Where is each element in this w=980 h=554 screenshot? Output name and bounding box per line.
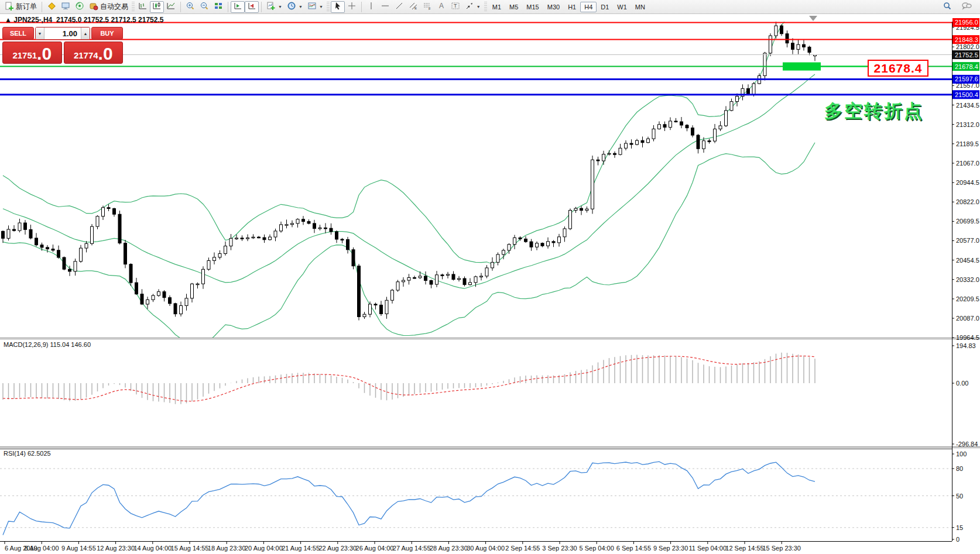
- chart-collapse-icon[interactable]: ▲: [5, 16, 12, 24]
- tile-windows-icon: [214, 1, 223, 13]
- rsi-tick-label: 100: [956, 450, 967, 457]
- candle-body: [118, 214, 121, 243]
- channel-tool-button[interactable]: E: [406, 1, 420, 13]
- timeframe-h4-button[interactable]: H4: [580, 2, 597, 12]
- candle-body: [563, 229, 566, 237]
- horizontal-line-tool-button[interactable]: [378, 1, 392, 13]
- candle-body: [641, 140, 644, 143]
- candle-body: [775, 26, 777, 36]
- candle-body: [241, 238, 244, 239]
- candle-body: [302, 219, 305, 222]
- auto-scroll-button[interactable]: [231, 1, 245, 13]
- candle-body: [107, 208, 110, 209]
- chart-plot-area[interactable]: 21924.521802.021557.021434.521312.021189…: [0, 0, 980, 554]
- timeframe-m15-button[interactable]: M15: [522, 2, 543, 12]
- candle-body: [229, 238, 232, 246]
- rsi-tick-label: 0: [956, 536, 960, 543]
- line-chart-button[interactable]: [164, 1, 178, 13]
- volume-stepper: ▼ 1.00 ▲: [35, 27, 90, 40]
- timeframe-d1-button[interactable]: D1: [597, 2, 613, 12]
- price-badge-label: 21500.4: [955, 91, 978, 98]
- horizontal-line-icon: [381, 1, 390, 13]
- timeframe-mn-button[interactable]: MN: [631, 2, 649, 12]
- autotrading-icon: [89, 1, 98, 13]
- signals-button[interactable]: [73, 1, 87, 13]
- volume-decrease-button[interactable]: ▼: [36, 27, 44, 39]
- volume-increase-button[interactable]: ▲: [81, 27, 90, 39]
- volume-value[interactable]: 1.00: [44, 27, 81, 39]
- autotrading-button[interactable]: 自动交易: [87, 1, 131, 13]
- candle-body: [630, 143, 633, 144]
- search-button[interactable]: [940, 1, 954, 13]
- candle-body: [13, 229, 16, 230]
- chart-shift-button[interactable]: [245, 1, 259, 13]
- turning-point-annotation[interactable]: 多空转折点: [824, 99, 924, 123]
- candle-body: [552, 242, 555, 243]
- timeframe-m5-button[interactable]: M5: [505, 2, 522, 12]
- sell-button[interactable]: SELL: [2, 27, 34, 40]
- indicators-button[interactable]: ▼: [264, 1, 285, 13]
- timeframe-m30-button[interactable]: M30: [543, 2, 564, 12]
- candle-body: [324, 228, 327, 229]
- tile-windows-button[interactable]: [211, 1, 225, 13]
- one-click-trade-panel: SELL ▼ 1.00 ▲ BUY 21751.0 21774.0: [2, 27, 123, 64]
- text-tool-button[interactable]: A: [434, 1, 448, 13]
- zoom-in-button[interactable]: [183, 1, 197, 13]
- candle-body: [218, 253, 221, 257]
- sell-price-box[interactable]: 21751.0: [2, 42, 62, 64]
- candle-body: [697, 135, 700, 149]
- buy-button[interactable]: BUY: [91, 27, 123, 40]
- buy-price-box[interactable]: 21774.0: [64, 42, 124, 64]
- candle-body: [452, 274, 455, 280]
- time-axis-label: 9 Sep 23:30: [653, 545, 688, 552]
- templates-button[interactable]: ▼: [305, 1, 325, 13]
- candle-body: [714, 129, 717, 141]
- candle-body: [691, 128, 694, 135]
- fibonacci-tool-button[interactable]: F: [420, 1, 434, 13]
- cursor-tool-button[interactable]: [331, 1, 345, 13]
- candle-body: [647, 139, 650, 142]
- timeframe-m1-button[interactable]: M1: [488, 2, 505, 12]
- bar-chart-button[interactable]: [136, 1, 150, 13]
- timeframe-h1-button[interactable]: H1: [564, 2, 580, 12]
- timeframe-w1-button[interactable]: W1: [613, 2, 631, 12]
- candle-body: [525, 239, 527, 242]
- metaeditor-button[interactable]: [44, 1, 59, 13]
- candle-body: [708, 141, 711, 142]
- candle-body: [141, 294, 143, 304]
- periods-button[interactable]: ▼: [285, 1, 305, 13]
- candle-body: [313, 223, 316, 229]
- candle-body: [530, 242, 533, 247]
- candle-body: [258, 237, 261, 238]
- time-axis-label: 15 Sep 23:30: [762, 545, 800, 552]
- candle-body: [263, 238, 266, 240]
- new-order-icon: [5, 1, 14, 13]
- vertical-line-tool-button[interactable]: [364, 1, 378, 13]
- chat-button[interactable]: [959, 1, 974, 13]
- candle-body: [57, 250, 60, 257]
- candle-body: [680, 122, 683, 125]
- macd-indicator-label: MACD(12,26,9) 115.04 146.60: [4, 341, 91, 348]
- autotrading-label: 自动交易: [100, 2, 128, 12]
- candle-body: [35, 238, 38, 245]
- trendline-tool-button[interactable]: [392, 1, 406, 13]
- zoom-out-button[interactable]: [197, 1, 211, 13]
- time-axis-label: 11 Sep 04:00: [688, 545, 727, 552]
- buy-price-main: 21774: [74, 50, 98, 61]
- crosshair-tool-button[interactable]: [345, 1, 359, 13]
- candle-body: [152, 295, 155, 300]
- candle-body: [447, 274, 450, 276]
- arrows-tool-button[interactable]: ▼: [462, 1, 483, 13]
- candle-body: [274, 231, 277, 237]
- candle-body: [480, 276, 483, 277]
- candles-layer: [2, 21, 817, 321]
- new-order-button[interactable]: 新订单: [2, 1, 39, 13]
- support-highlight-rect[interactable]: [783, 63, 821, 71]
- candle-body: [547, 242, 550, 246]
- market-watch-button[interactable]: [59, 1, 73, 13]
- candle-body: [207, 260, 210, 269]
- auto-scroll-icon: [233, 1, 242, 13]
- candlestick-chart-button[interactable]: [150, 1, 164, 13]
- price-callout-box[interactable]: 21678.4: [868, 60, 928, 77]
- text-label-tool-button[interactable]: T: [448, 1, 462, 13]
